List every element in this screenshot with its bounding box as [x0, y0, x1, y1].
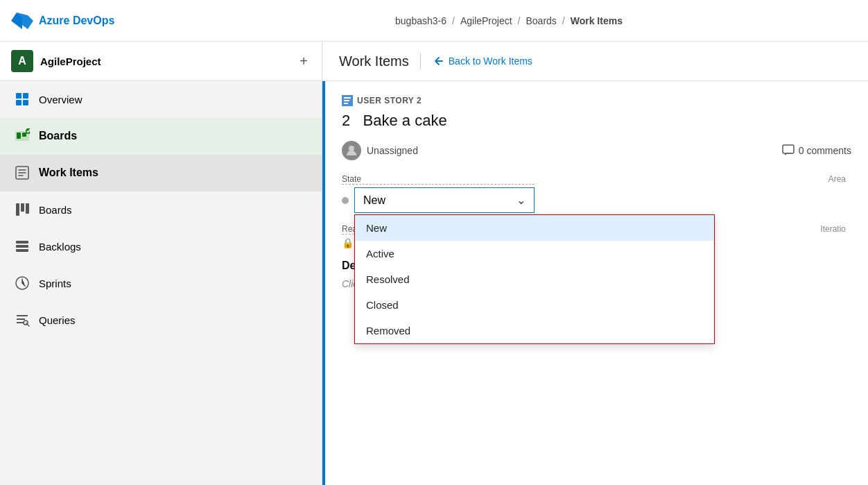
state-dropdown-popup: New Active Resolved Closed Removed	[354, 214, 715, 344]
sidebar-item-boards-header[interactable]: Boards	[0, 118, 322, 155]
state-option-new[interactable]: New	[355, 215, 714, 241]
svg-rect-2	[16, 100, 21, 105]
iteration-labels: Iteratio	[820, 224, 851, 248]
sidebar-item-workitems[interactable]: Work Items	[0, 155, 322, 192]
svg-rect-10	[21, 203, 24, 212]
overview-icon	[14, 91, 31, 108]
breadcrumb: bugbash3-6 / AgileProject / Boards / Wor…	[161, 15, 857, 26]
state-option-resolved[interactable]: Resolved	[355, 266, 714, 292]
svg-rect-1	[23, 93, 28, 99]
workitems-icon	[14, 164, 31, 181]
sprints-icon	[14, 275, 31, 291]
sidebar-item-boards-label: Boards	[39, 204, 72, 216]
sidebar-item-backlogs-label: Backlogs	[39, 241, 81, 253]
area-label: Area	[828, 174, 846, 184]
comments-count: 0 comments	[799, 145, 851, 156]
wi-type-icon	[342, 95, 353, 106]
sidebar-item-overview[interactable]: Overview	[0, 81, 322, 118]
boardsmenu-icon	[14, 201, 31, 218]
sidebar-item-boards[interactable]: Boards	[0, 192, 322, 228]
sidebar-item-sprints[interactable]: Sprints	[0, 265, 322, 302]
svg-rect-20	[344, 103, 348, 104]
project-avatar: A	[11, 50, 33, 72]
wi-assignee[interactable]: Unassigned	[342, 141, 418, 160]
page-header-separator	[420, 53, 421, 69]
state-indicator-dot	[342, 197, 349, 204]
state-field-group: State New ⌄ New	[342, 174, 535, 213]
dropdown-arrow-icon: ⌄	[517, 194, 526, 207]
logo-area: Azure DevOps	[11, 10, 150, 32]
state-value-row: New ⌄ New Active Resolved Closed Removed	[342, 187, 535, 213]
wi-type-text: USER STORY 2	[357, 96, 422, 105]
backlogs-icon	[14, 238, 31, 255]
breadcrumb-agileproject[interactable]: AgileProject	[460, 15, 512, 26]
breadcrumb-sep-1: /	[452, 15, 455, 26]
svg-rect-3	[23, 100, 28, 105]
svg-rect-13	[16, 245, 28, 248]
state-option-active[interactable]: Active	[355, 241, 714, 266]
svg-point-21	[349, 146, 354, 151]
breadcrumb-workitems[interactable]: Work Items	[571, 15, 623, 26]
svg-rect-14	[16, 249, 28, 252]
sidebar-item-backlogs[interactable]: Backlogs	[0, 228, 322, 265]
add-project-button[interactable]: +	[297, 51, 311, 72]
breadcrumb-project[interactable]: bugbash3-6	[395, 15, 446, 26]
svg-rect-19	[344, 100, 349, 101]
state-selected-value: New	[363, 194, 385, 207]
svg-rect-22	[783, 145, 794, 153]
iteration-label: Iteratio	[820, 224, 846, 234]
wi-fields-row: State New ⌄ New	[342, 174, 851, 213]
sidebar-item-workitems-label: Work Items	[39, 167, 98, 179]
logo-text: Azure DevOps	[39, 15, 114, 27]
sidebar: A AgileProject + Overview Boards	[0, 42, 322, 485]
wi-type-label: USER STORY 2	[342, 95, 851, 106]
state-option-closed[interactable]: Closed	[355, 292, 714, 318]
wi-title: 2 Bake a cake	[342, 112, 851, 130]
back-to-workitems-button[interactable]: Back to Work Items	[432, 55, 532, 67]
back-label: Back to Work Items	[449, 56, 532, 67]
page-title: Work Items	[339, 53, 409, 69]
page-header: Work Items Back to Work Items	[322, 42, 868, 81]
project-name: AgileProject	[40, 56, 297, 67]
azure-devops-logo	[11, 10, 33, 32]
main-layout: A AgileProject + Overview Boards	[0, 42, 868, 485]
wi-title-text: Bake a cake	[363, 112, 447, 129]
sidebar-item-queries[interactable]: Queries	[0, 302, 322, 339]
sidebar-item-sprints-label: Sprints	[39, 278, 71, 289]
breadcrumb-boards[interactable]: Boards	[526, 15, 556, 26]
svg-point-16	[24, 321, 28, 325]
wi-comments[interactable]: 0 comments	[782, 144, 851, 157]
wi-id: 2	[342, 112, 350, 129]
state-option-removed[interactable]: Removed	[355, 318, 714, 343]
svg-rect-11	[26, 203, 29, 214]
sidebar-item-queries-label: Queries	[39, 314, 76, 326]
work-item-container: USER STORY 2 2 Bake a cake	[322, 81, 868, 485]
wi-meta-row: Unassigned 0 comments	[342, 141, 851, 160]
sidebar-item-overview-label: Overview	[39, 94, 83, 105]
top-nav: Azure DevOps bugbash3-6 / AgileProject /…	[0, 0, 868, 42]
user-icon	[345, 144, 358, 157]
wi-content: USER STORY 2 2 Bake a cake	[322, 81, 868, 304]
wi-right-labels: Area	[828, 174, 851, 213]
user-story-icon	[342, 96, 352, 105]
back-icon	[432, 55, 444, 67]
wi-accent-bar	[322, 81, 325, 485]
state-select[interactable]: New ⌄	[354, 187, 535, 213]
state-dropdown-wrapper: New ⌄ New Active Resolved Closed Removed	[354, 187, 535, 213]
state-label: State	[342, 174, 535, 185]
boards-section-icon	[14, 128, 31, 144]
lock-icon: 🔒	[342, 237, 354, 248]
comments-icon	[782, 144, 795, 157]
assignee-avatar	[342, 141, 361, 160]
queries-icon	[14, 312, 31, 328]
svg-rect-12	[16, 241, 28, 244]
content-area: Work Items Back to Work Items	[322, 42, 868, 485]
breadcrumb-sep-2: /	[518, 15, 521, 26]
project-header: A AgileProject +	[0, 42, 322, 81]
svg-rect-18	[344, 97, 351, 99]
svg-rect-6	[22, 133, 26, 137]
svg-rect-0	[16, 93, 21, 99]
svg-rect-9	[16, 203, 19, 216]
svg-rect-5	[17, 133, 21, 139]
assignee-label: Unassigned	[367, 145, 418, 156]
